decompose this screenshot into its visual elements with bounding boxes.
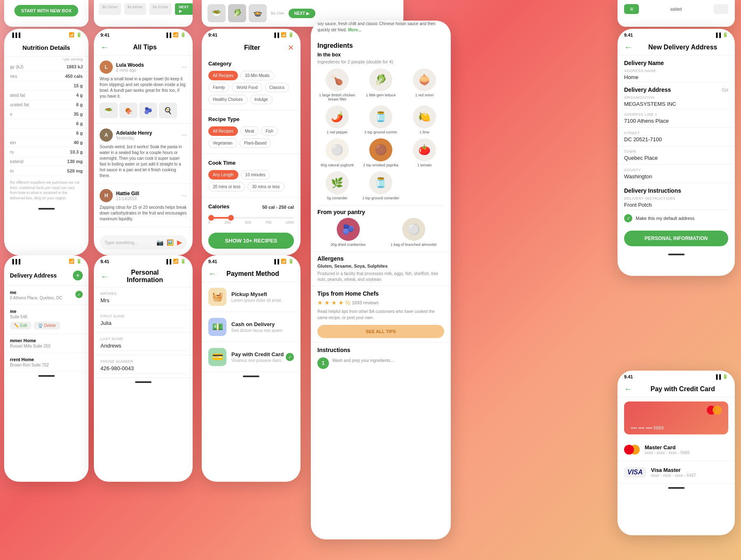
cash-desc: Sed dictum lacus non quam. [231,328,283,333]
camera-icon[interactable]: 📷 [156,239,163,246]
filter-title: Filter [217,44,288,51]
calories-slider[interactable] [208,217,294,219]
slider-thumb-right[interactable] [228,215,234,221]
personal-title: Personal Information [114,269,176,284]
slider-labels: 0 250 500 750 1000 [208,220,294,224]
dl-wifi: 📶 [69,259,75,264]
delivery-address-section: Delivery Address Opt ORGANIZATION MEGASY… [618,82,735,109]
delivery-title: New Delivery Address [637,44,728,51]
see-all-tips-button[interactable]: SEE ALL TIPS [317,325,444,338]
tag-family[interactable]: Family [208,83,229,92]
credit-name: Pay with Credit Card [231,351,284,357]
slider-label-500: 500 [245,220,251,224]
price-option-1[interactable]: $6.25/ser [99,3,121,15]
ingredient-name-tomato: 1 tomato [417,163,431,167]
last-name-value[interactable]: Andrews [100,343,186,351]
town-label: TOWN [624,149,728,154]
send-button[interactable]: ▶ [177,238,182,246]
payment-card: 9.41 ▐▐ 📶 🔋 ← Payment Method 🧺 Pickup My… [202,255,301,482]
credit-title: Pay with Credit Card [637,385,728,393]
delivery-back-button[interactable]: ← [624,42,632,52]
tag-world-food[interactable]: World Food [232,83,262,92]
pickup-icon: 🧺 [208,288,226,306]
next-button[interactable]: NEXT ▶ [175,3,193,15]
tip-more-2[interactable]: ··· [182,131,187,139]
mastercard-number: xxxx - xxxx - xxxx - 5689 [645,450,690,455]
tag-20min-cook[interactable]: 20 mins or less [208,182,245,191]
address-detail-4: Brown Run Suite 702 [10,363,83,367]
tag-healthy[interactable]: Healthy Choices [208,95,247,104]
nutrition-label-rs: rs [10,149,14,154]
chat-input-area[interactable]: Type somthing... 📷 🖼️ ▶ [100,235,187,250]
tag-meat[interactable]: Meat [240,126,259,136]
add-address-button[interactable]: + [73,271,83,280]
tip-time-2: Yesterday [116,136,152,140]
edit-button-2[interactable]: ✏️ Edit [10,322,31,329]
ingredient-img-pepper: 🌶️ [326,105,349,128]
pantry-almonds: ⚪ 1 bag of branched almondst [383,218,444,247]
slider-label-1000: 1000 [286,220,294,224]
placeholder-right [713,4,728,14]
filter-close-button[interactable]: ✕ [288,43,294,52]
credit-back-button[interactable]: ← [624,384,632,394]
tip-name-1: Lula Woods [116,62,144,68]
recipe-next-button[interactable]: NEXT ▶ [289,9,315,18]
tip-user-2: A Adelaide Henry Yesterday ··· [100,128,187,142]
battery-icon: 🔋 [76,32,82,37]
tag-all-recipes[interactable]: All Recipes [208,71,238,80]
tag-30min-cook[interactable]: 30 mins or less [247,182,284,191]
signal-icon: ▐▐▐ [11,33,20,37]
tag-all-recipes-type[interactable]: All Recipes [208,126,238,136]
menu-icon[interactable]: ≡ [624,4,639,14]
tips-title: All Tips [114,44,176,51]
star-half: ½ [345,299,350,306]
allergen-list: Gluten, Sesame, Soya, Sulphites [317,264,444,268]
delete-button-2[interactable]: 🗑️ Delete [34,322,60,329]
payment-credit[interactable]: 💳 Pay with Credit Card Vivamus non posue… [202,342,301,372]
nutrition-value-fat: 15 g [74,83,83,88]
tag-any-length[interactable]: Any Length [208,170,238,180]
mr-mrs-value[interactable]: Mrs [100,297,186,306]
delivery-instructions-label: Delivery Instructions [624,187,728,194]
personal-back-button[interactable]: ← [100,272,109,281]
price-option-3[interactable]: $4.31/ser [149,3,172,15]
ingredient-name-curmin: 2 tsp ground curmin [364,130,397,134]
filter-recipe-type-title: Recipe Type [208,116,294,122]
payment-cash[interactable]: 💵 Cash on Delivery Sed dictum lacus non … [202,312,301,342]
top-left-card: START WITH NEW BOX [4,0,89,27]
address-name-2: me [10,309,83,314]
mastercard-item[interactable]: Master Card xxxx - xxxx - xxxx - 5689 [618,439,735,461]
image-icon[interactable]: 🖼️ [167,239,174,246]
price-option-2[interactable]: $4.88/ser [124,3,147,15]
start-new-box-button[interactable]: START WITH NEW BOX [14,5,78,16]
payment-title: Payment Method [221,270,284,278]
tag-indulge[interactable]: Indulge [250,95,273,104]
tip-more-1[interactable]: ··· [182,63,187,71]
tag-classics[interactable]: Classics [265,83,289,92]
tag-fish[interactable]: Fish [261,126,278,136]
tag-10min[interactable]: 10-Min Meals [240,71,274,80]
personal-info-button[interactable]: PERSONAL INFORMATION [624,231,728,246]
ingredient-name-paprika: 2 tsp smoked paprika [363,163,398,167]
tips-back-button[interactable]: ← [100,42,109,52]
payment-back-button[interactable]: ← [208,269,217,278]
more-link[interactable]: More... [348,28,361,32]
tips-card: 9:41 ▐▐ 📶 🔋 ← All Tips L Lula Woods 2 mi… [94,29,193,255]
show-recipes-button[interactable]: SHOW 10+ RECIPES [208,233,294,249]
tag-plant-based[interactable]: Plant-Based [240,138,271,148]
tip-more-3[interactable]: ··· [182,192,187,199]
tag-10min-cook[interactable]: 10 minutes [241,170,270,180]
tip-time-1: 2 mins ago [116,68,144,72]
credit-status-bar: 9.41 ▐▐ 🔋 [618,371,735,381]
first-name-value[interactable]: Julia [100,320,186,328]
address-detail-3: Russel Mills Suite 250 [10,344,83,348]
filter-divider-3 [202,197,301,198]
slider-thumb-left[interactable] [208,215,214,221]
tip-item-3: H Hattie Gill 11/14/2019 ··· Zapping cit… [94,184,193,227]
last-name-label: LAST NAME [100,337,186,341]
payment-pickup[interactable]: 🧺 Pickup Mysefl Lorem ipsum dolor sit am… [202,282,301,312]
visa-item[interactable]: VISA Visa Master xxxx - xxxx - xxxx - 64… [618,461,735,484]
phone-value[interactable]: 426-980-0043 [100,365,186,373]
address-item-4: rrent Home Brown Run Suite 702 [4,353,89,372]
tag-vegetarian[interactable]: Vegetarian [208,138,237,148]
